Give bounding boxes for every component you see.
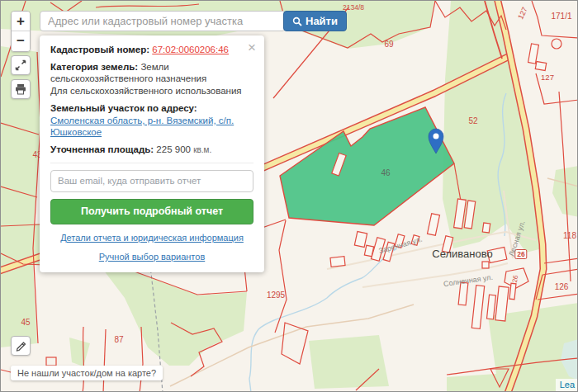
email-field[interactable] bbox=[50, 170, 253, 192]
close-button[interactable]: × bbox=[248, 42, 256, 54]
search-bar: Найти bbox=[40, 11, 347, 31]
address-link[interactable]: Смоленская область, р-н. Вяземский, с/п.… bbox=[50, 116, 234, 138]
not-found-tooltip[interactable]: Не нашли участок/дом на карте? bbox=[11, 366, 163, 380]
draw-button[interactable] bbox=[11, 336, 31, 356]
area-value: 225 900 bbox=[156, 144, 191, 154]
printer-icon bbox=[15, 83, 26, 95]
cadastral-map-app: 2134/8171/112712769524346498845129587118… bbox=[0, 0, 578, 392]
search-icon bbox=[292, 17, 302, 26]
area-label: Уточненная площадь: bbox=[50, 144, 154, 154]
card-divider bbox=[50, 163, 253, 163]
zoom-in-button[interactable]: + bbox=[12, 12, 30, 31]
address-label: Земельный участок по адресу: bbox=[50, 103, 197, 113]
pencil-icon bbox=[15, 340, 27, 352]
category-label: Категория земель: bbox=[50, 62, 138, 72]
cadastral-number-link[interactable]: 67:02:0060206:46 bbox=[152, 45, 229, 54]
parcel-info-card: × Кадастровый номер: 67:02:0060206:46 Ка… bbox=[40, 35, 264, 272]
fullscreen-button[interactable] bbox=[11, 55, 31, 75]
area-unit: кв.м. bbox=[193, 145, 211, 154]
category-note: Для сельскохозяйственного использования bbox=[50, 86, 242, 96]
zoom-out-button[interactable]: − bbox=[12, 31, 30, 51]
search-button[interactable]: Найти bbox=[283, 11, 347, 31]
cadastral-label: Кадастровый номер: bbox=[50, 45, 149, 54]
manual-selection-link[interactable]: Ручной выбор вариантов bbox=[50, 251, 253, 262]
print-button[interactable] bbox=[11, 79, 31, 99]
search-input[interactable] bbox=[40, 11, 286, 31]
expand-icon bbox=[15, 59, 26, 71]
zoom-controls: + − bbox=[11, 11, 31, 52]
get-report-button[interactable]: Получить подробный отчет bbox=[50, 199, 253, 224]
report-details-link[interactable]: Детали отчета и юридическая информация bbox=[50, 232, 253, 243]
map-attribution[interactable]: Lea bbox=[556, 379, 577, 391]
